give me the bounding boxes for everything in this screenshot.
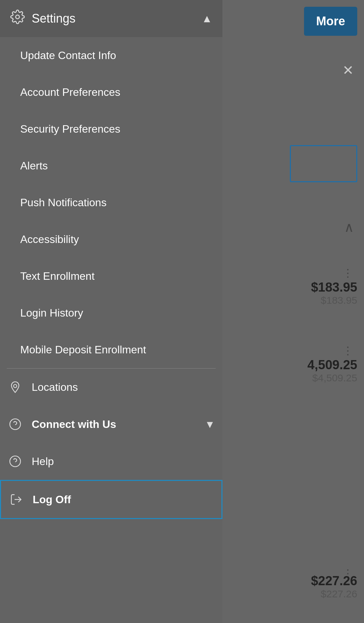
menu-item-update-contact-info[interactable]: Update Contact Info	[0, 37, 222, 74]
menu-item-login-history[interactable]: Login History	[0, 295, 222, 331]
menu-item-alerts[interactable]: Alerts	[0, 147, 222, 184]
svg-point-4	[10, 456, 21, 467]
menu-item-push-notifications[interactable]: Push Notifications	[0, 184, 222, 221]
menu-item-locations[interactable]: Locations	[0, 369, 222, 406]
settings-header-left: Settings	[10, 9, 75, 28]
menu-item-account-preferences[interactable]: Account Preferences	[0, 74, 222, 111]
question-circle-icon-help	[7, 455, 24, 468]
dots-menu-2[interactable]: ⋮	[342, 344, 354, 357]
input-box	[290, 145, 357, 182]
amount-small-3: $227.26	[311, 588, 357, 600]
menu-item-mobile-deposit-enrollment[interactable]: Mobile Deposit Enrollment	[0, 331, 222, 368]
settings-title: Settings	[32, 11, 75, 26]
connect-with-us-left: Connect with Us	[7, 418, 116, 431]
svg-point-2	[10, 419, 21, 430]
amount-block-2: 4,509.25 $4,509.25	[307, 358, 357, 384]
log-off-icon	[8, 493, 25, 506]
menu-list: Update Contact Info Account Preferences …	[0, 37, 222, 623]
svg-point-0	[16, 15, 20, 19]
connect-chevron-down-icon: ▾	[207, 418, 212, 431]
settings-chevron-icon: ▲	[202, 12, 212, 25]
svg-point-1	[13, 384, 17, 388]
menu-item-text-enrollment[interactable]: Text Enrollment	[0, 258, 222, 295]
amount-block-1: $183.95 $183.95	[311, 280, 357, 306]
amount-block-3: $227.26 $227.26	[311, 574, 357, 600]
gear-icon	[10, 9, 25, 28]
menu-item-log-off[interactable]: Log Off	[0, 480, 222, 519]
amount-small-1: $183.95	[311, 295, 357, 306]
question-circle-icon-connect	[7, 418, 24, 431]
dots-menu-1[interactable]: ⋮	[342, 267, 354, 279]
menu-item-security-preferences[interactable]: Security Preferences	[0, 111, 222, 147]
amount-large-1: $183.95	[311, 280, 357, 295]
location-pin-icon	[7, 381, 24, 394]
menu-item-accessibility[interactable]: Accessibility	[0, 221, 222, 258]
settings-header[interactable]: Settings ▲	[0, 0, 222, 37]
menu-item-help[interactable]: Help	[0, 443, 222, 480]
chevron-up-icon: ∧	[344, 219, 354, 235]
more-button[interactable]: More	[304, 7, 357, 36]
amount-small-2: $4,509.25	[307, 372, 357, 384]
close-button[interactable]: ✕	[342, 62, 354, 78]
amount-large-2: 4,509.25	[307, 358, 357, 372]
amount-large-3: $227.26	[311, 574, 357, 588]
menu-item-connect-with-us[interactable]: Connect with Us ▾	[0, 406, 222, 443]
settings-drawer: Settings ▲ Update Contact Info Account P…	[0, 0, 222, 623]
